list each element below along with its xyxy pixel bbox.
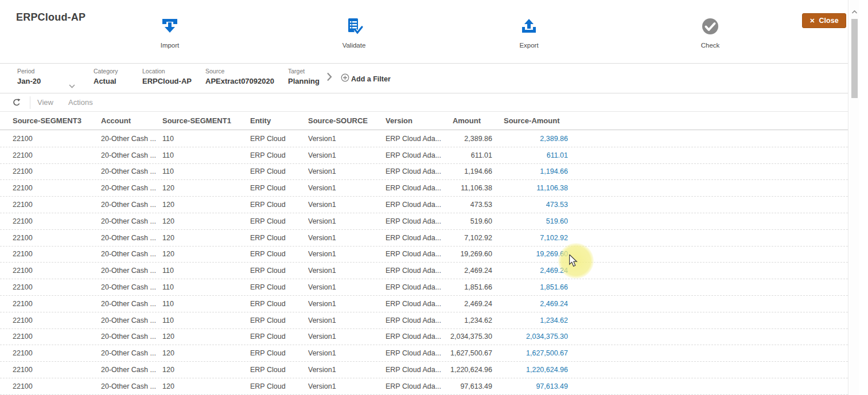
table-row[interactable]: 2210020-Other Cash ...120ERP CloudVersio… xyxy=(0,197,848,213)
cell-amount: 2,389.86 xyxy=(443,135,492,143)
cell-source-amount[interactable]: 2,034,375.30 xyxy=(492,333,568,341)
cell-source-source: Version1 xyxy=(308,234,386,242)
cell-source-source: Version1 xyxy=(308,151,386,159)
refresh-icon[interactable] xyxy=(11,97,22,108)
top-band: ERPCloud-AP Import xyxy=(0,0,848,63)
cell-source-source: Version1 xyxy=(308,267,386,275)
filter-target-label: Target xyxy=(288,68,320,75)
filter-location[interactable]: Location ERPCloud-AP xyxy=(142,68,192,85)
cell-source-amount[interactable]: 1,194.66 xyxy=(492,167,568,175)
filter-target[interactable]: Target Planning xyxy=(288,68,320,85)
cell-source-segment3: 22100 xyxy=(13,300,101,308)
column-header-account[interactable]: Account xyxy=(101,116,162,125)
column-header-version[interactable]: Version xyxy=(386,116,443,125)
column-header-source-amount[interactable]: Source-Amount xyxy=(492,116,568,125)
cell-amount: 1,220,624.96 xyxy=(443,366,492,374)
cell-account: 20-Other Cash ... xyxy=(101,167,162,175)
cell-source-segment1: 110 xyxy=(162,300,250,308)
cell-source-amount[interactable]: 97,613.49 xyxy=(492,382,568,390)
cell-version: ERP Cloud Ada... xyxy=(386,184,443,192)
export-label: Export xyxy=(497,42,560,49)
table-row[interactable]: 2210020-Other Cash ...120ERP CloudVersio… xyxy=(0,345,848,362)
cell-source-segment3: 22100 xyxy=(13,234,101,242)
page-title: ERPCloud-AP xyxy=(16,11,85,24)
filter-bar: Period Jan-20 Category Actual Location E… xyxy=(0,63,848,93)
cell-amount: 2,034,375.30 xyxy=(443,333,492,341)
cell-source-segment1: 110 xyxy=(162,135,250,143)
scroll-up-icon[interactable] xyxy=(851,9,858,15)
table-row[interactable]: 2210020-Other Cash ...120ERP CloudVersio… xyxy=(0,329,848,346)
export-button[interactable]: Export xyxy=(497,17,560,49)
cell-entity: ERP Cloud xyxy=(250,349,308,357)
cell-source-amount[interactable]: 7,102.92 xyxy=(492,234,568,242)
scrollbar-thumb[interactable] xyxy=(851,19,858,98)
cell-source-amount[interactable]: 611.01 xyxy=(492,151,568,159)
vertical-scrollbar[interactable] xyxy=(850,0,859,395)
validate-button[interactable]: Validate xyxy=(322,17,386,49)
cell-source-amount[interactable]: 2,469.24 xyxy=(492,267,568,275)
cell-source-amount[interactable]: 1,220,624.96 xyxy=(492,366,568,374)
filter-source[interactable]: Source APExtract07092020 xyxy=(205,68,274,85)
cell-source-segment3: 22100 xyxy=(13,167,101,175)
cell-source-amount[interactable]: 11,106.38 xyxy=(492,184,568,192)
cell-account: 20-Other Cash ... xyxy=(101,184,162,192)
period-dropdown-icon[interactable] xyxy=(69,80,75,91)
cell-amount: 1,234.62 xyxy=(443,316,492,324)
cell-entity: ERP Cloud xyxy=(250,333,308,341)
filter-category-label: Category xyxy=(94,68,118,75)
table-row[interactable]: 2210020-Other Cash ...110ERP CloudVersio… xyxy=(0,312,848,329)
close-button[interactable]: ✕ Close xyxy=(802,13,846,28)
chevron-right-icon[interactable] xyxy=(326,72,332,84)
table-row[interactable]: 2210020-Other Cash ...110ERP CloudVersio… xyxy=(0,296,848,312)
table-row[interactable]: 2210020-Other Cash ...120ERP CloudVersio… xyxy=(0,378,848,395)
cell-source-source: Version1 xyxy=(308,167,386,175)
view-menu[interactable]: View xyxy=(37,98,53,107)
filter-period-label: Period xyxy=(17,68,41,75)
cell-amount: 97,613.49 xyxy=(443,382,492,390)
cell-source-segment3: 22100 xyxy=(13,184,101,192)
column-header-amount[interactable]: Amount xyxy=(443,116,492,125)
table-row[interactable]: 2210020-Other Cash ...110ERP CloudVersio… xyxy=(0,263,848,279)
import-button[interactable]: Import xyxy=(138,17,201,49)
table-row[interactable]: 2210020-Other Cash ...110ERP CloudVersio… xyxy=(0,164,848,181)
table-row[interactable]: 2210020-Other Cash ...110ERP CloudVersio… xyxy=(0,279,848,296)
cell-version: ERP Cloud Ada... xyxy=(386,167,443,175)
cell-source-amount[interactable]: 19,269.60 xyxy=(492,250,568,258)
cell-source-amount[interactable]: 473.53 xyxy=(492,201,568,209)
cell-source-amount[interactable]: 1,627,500.67 xyxy=(492,349,568,357)
table-row[interactable]: 2210020-Other Cash ...110ERP CloudVersio… xyxy=(0,131,848,147)
add-filter-button[interactable]: Add a Filter xyxy=(341,73,391,84)
table-row[interactable]: 2210020-Other Cash ...120ERP CloudVersio… xyxy=(0,180,848,197)
cell-source-source: Version1 xyxy=(308,283,386,291)
cell-account: 20-Other Cash ... xyxy=(101,366,162,374)
column-header-entity[interactable]: Entity xyxy=(250,116,308,125)
cell-version: ERP Cloud Ada... xyxy=(386,333,443,341)
filter-period-value: Jan-20 xyxy=(17,77,41,85)
cell-source-amount[interactable]: 519.60 xyxy=(492,217,568,225)
cell-source-amount[interactable]: 1,234.62 xyxy=(492,316,568,324)
cell-source-amount[interactable]: 2,389.86 xyxy=(492,135,568,143)
filter-category[interactable]: Category Actual xyxy=(94,68,118,85)
cell-source-segment1: 120 xyxy=(162,382,250,390)
column-header-source-source[interactable]: Source-SOURCE xyxy=(308,116,386,125)
cell-source-source: Version1 xyxy=(308,316,386,324)
table-row[interactable]: 2210020-Other Cash ...120ERP CloudVersio… xyxy=(0,362,848,378)
cell-version: ERP Cloud Ada... xyxy=(386,316,443,324)
cell-source-segment3: 22100 xyxy=(13,135,101,143)
cell-account: 20-Other Cash ... xyxy=(101,316,162,324)
cell-source-amount[interactable]: 1,851.66 xyxy=(492,283,568,291)
cell-source-amount[interactable]: 2,469.24 xyxy=(492,300,568,308)
filter-period[interactable]: Period Jan-20 xyxy=(17,68,41,85)
cell-source-segment1: 120 xyxy=(162,366,250,374)
cell-source-source: Version1 xyxy=(308,201,386,209)
table-row[interactable]: 2210020-Other Cash ...110ERP CloudVersio… xyxy=(0,147,848,164)
column-header-source-segment1[interactable]: Source-SEGMENT1 xyxy=(162,116,250,125)
check-button[interactable]: Check xyxy=(679,17,742,49)
table-row[interactable]: 2210020-Other Cash ...120ERP CloudVersio… xyxy=(0,213,848,230)
actions-menu[interactable]: Actions xyxy=(68,98,93,107)
column-header-source-segment3[interactable]: Source-SEGMENT3 xyxy=(13,116,101,125)
cell-source-segment1: 110 xyxy=(162,283,250,291)
table-row[interactable]: 2210020-Other Cash ...120ERP CloudVersio… xyxy=(0,230,848,247)
table-row[interactable]: 2210020-Other Cash ...120ERP CloudVersio… xyxy=(0,247,848,263)
cell-source-segment1: 120 xyxy=(162,184,250,192)
